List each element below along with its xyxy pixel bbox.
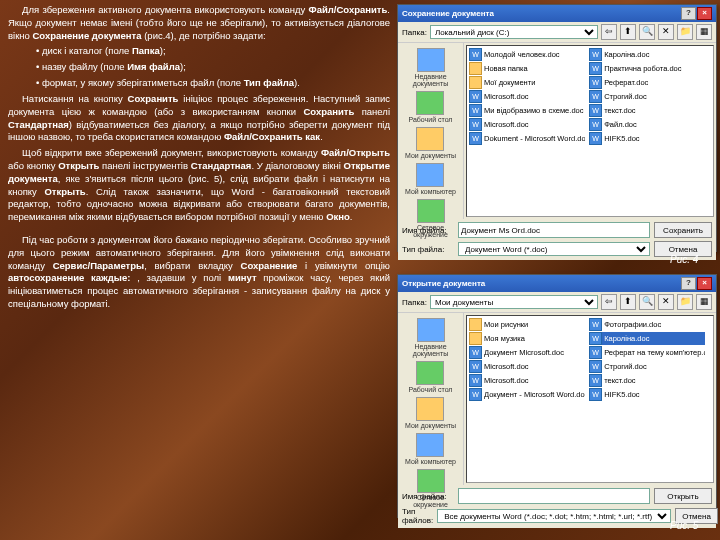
word-icon: W [589,76,602,89]
file-item[interactable]: WРеферат на тему комп'ютер.doc [589,346,705,359]
save-dialog: Сохранение документа ?× Папка: Локальний… [397,4,717,252]
views-icon[interactable]: ▦ [696,24,712,40]
titlebar[interactable]: Сохранение документа ?× [398,5,716,22]
ftype-label: Тип файлов: [402,507,433,525]
file-list[interactable]: WМолодой человек.docWКароліна.docНовая п… [466,45,714,217]
titlebar[interactable]: Открытие документа ?× [398,275,716,292]
search-icon[interactable]: 🔍 [639,24,655,40]
filename-input[interactable] [458,488,650,504]
papka-label: Папка: [402,28,427,37]
place-icon [416,397,444,421]
file-item[interactable]: WКароліна.doc [589,48,705,61]
figure-caption-4: Рис. 4 [670,254,698,265]
file-item[interactable]: WФотографии.doc [589,318,705,331]
word-icon: W [469,360,482,373]
file-item[interactable]: WДокумент - Microsoft Word.doc [469,388,585,401]
folder-select[interactable]: Мои документы [430,295,598,309]
word-icon: W [589,332,602,345]
word-icon: W [469,388,482,401]
views-icon[interactable]: ▦ [696,294,712,310]
search-icon[interactable]: 🔍 [639,294,655,310]
file-item[interactable]: WMicrosoft.doc [469,90,585,103]
place-icon [416,163,444,187]
file-item[interactable]: WMicrosoft.doc [469,374,585,387]
place-icon [416,433,444,457]
word-icon: W [589,118,602,131]
word-icon: W [589,48,602,61]
file-item[interactable]: WРеферат.doc [589,76,705,89]
sidebar-place[interactable]: Мои документы [404,126,457,160]
file-item[interactable]: WHIFK5.doc [589,388,705,401]
help-icon[interactable]: ? [681,7,696,20]
place-icon [416,361,444,385]
file-item[interactable]: Новая папка [469,62,585,75]
file-item[interactable]: WПрактична робота.doc [589,62,705,75]
file-item[interactable]: WМи відобразимо в схеме.doc [469,104,585,117]
figure-caption-5: Рис. 5 [670,520,698,531]
word-icon: W [589,346,602,359]
places-sidebar: Недавние документыРабочий столМои докуме… [398,43,464,219]
sidebar-place[interactable]: Рабочий стол [408,90,454,124]
file-item[interactable]: Мої документи [469,76,585,89]
close-icon[interactable]: × [697,277,712,290]
open-dialog: Открытие документа ?× Папка: Мои докумен… [397,274,717,518]
up-icon[interactable]: ⬆ [620,24,636,40]
place-icon [417,48,445,72]
file-item[interactable]: WСтрогий.doc [589,90,705,103]
folder-icon [469,62,482,75]
save-button[interactable]: Сохранить [654,222,712,238]
file-item[interactable]: WМолодой человек.doc [469,48,585,61]
title: Открытие документа [402,279,485,288]
place-icon [417,199,445,223]
delete-icon[interactable]: ✕ [658,294,674,310]
file-item[interactable]: Моя музика [469,332,585,345]
sidebar-place[interactable]: Мои документы [404,396,457,430]
open-button[interactable]: Открыть [654,488,712,504]
filetype-select[interactable]: Все документы Word (*.doc; *.dot; *.htm;… [437,509,671,523]
sidebar-place[interactable]: Мой компьютер [404,432,457,466]
filetype-select[interactable]: Документ Word (*.doc) [458,242,650,256]
word-icon: W [469,48,482,61]
newfolder-icon[interactable]: 📁 [677,24,693,40]
file-item[interactable]: Wтекст.doc [589,374,705,387]
place-icon [417,318,445,342]
word-icon: W [589,318,602,331]
back-icon[interactable]: ⇦ [601,24,617,40]
ftype-label: Тип файла: [402,245,454,254]
close-icon[interactable]: × [697,7,712,20]
file-item[interactable]: WMicrosoft.doc [469,118,585,131]
sidebar-place[interactable]: Мой компьютер [404,162,457,196]
folder-icon [469,76,482,89]
file-item[interactable]: Wтекст.doc [589,104,705,117]
word-icon: W [469,104,482,117]
folder-select[interactable]: Локальний диск (C:) [430,25,598,39]
word-icon: W [589,132,602,145]
filename-input[interactable] [458,222,650,238]
sidebar-place[interactable]: Недавние документы [398,317,463,358]
papka-label: Папка: [402,298,427,307]
word-icon: W [469,346,482,359]
back-icon[interactable]: ⇦ [601,294,617,310]
fname-label: Имя файла: [402,226,454,235]
up-icon[interactable]: ⬆ [620,294,636,310]
file-list[interactable]: Мои рисункиWФотографии.docМоя музикаWКар… [466,315,714,483]
file-item[interactable]: WMicrosoft.doc [469,360,585,373]
file-item[interactable]: Мои рисунки [469,318,585,331]
help-icon[interactable]: ? [681,277,696,290]
word-icon: W [469,90,482,103]
place-icon [416,91,444,115]
file-item[interactable]: WДокумент Microsoft.doc [469,346,585,359]
newfolder-icon[interactable]: 📁 [677,294,693,310]
title: Сохранение документа [402,9,494,18]
file-item[interactable]: WФайл.doc [589,118,705,131]
file-item[interactable]: WDokument - Microsoft Word.doc [469,132,585,145]
sidebar-place[interactable]: Недавние документы [398,47,463,88]
file-item[interactable]: WКароліна.doc [589,332,705,345]
fname-label: Имя файла: [402,492,454,501]
word-icon: W [589,62,602,75]
sidebar-place[interactable]: Рабочий стол [408,360,454,394]
file-item[interactable]: WHIFK5.doc [589,132,705,145]
word-icon: W [469,374,482,387]
file-item[interactable]: WСтрогий.doc [589,360,705,373]
delete-icon[interactable]: ✕ [658,24,674,40]
